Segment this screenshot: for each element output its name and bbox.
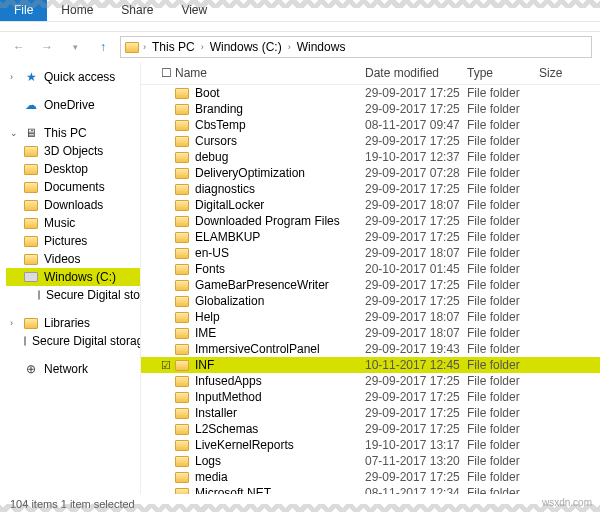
table-row[interactable]: debug19-10-2017 12:37File folder (141, 149, 600, 165)
nav-recent-icon[interactable]: ▾ (64, 36, 86, 58)
table-row[interactable]: Boot29-09-2017 17:25File folder (141, 85, 600, 101)
table-row[interactable]: DeliveryOptimization29-09-2017 07:28File… (141, 165, 600, 181)
cell-type: File folder (467, 134, 539, 148)
breadcrumb[interactable]: › This PC › Windows (C:) › Windows (120, 36, 592, 58)
chevron-right-icon: › (143, 42, 146, 52)
drive-icon (24, 272, 38, 282)
table-row[interactable]: Globalization29-09-2017 17:25File folder (141, 293, 600, 309)
sidebar-item[interactable]: Desktop (6, 160, 140, 178)
cell-name: DeliveryOptimization (175, 166, 365, 180)
column-date[interactable]: Date modified (365, 66, 467, 80)
sidebar-onedrive[interactable]: ☁ OneDrive (6, 96, 140, 114)
sidebar-item[interactable]: 3D Objects (6, 142, 140, 160)
nav-up-icon[interactable]: ↑ (92, 36, 114, 58)
table-row[interactable]: L2Schemas29-09-2017 17:25File folder (141, 421, 600, 437)
table-row[interactable]: ELAMBKUP29-09-2017 17:25File folder (141, 229, 600, 245)
column-type[interactable]: Type (467, 66, 539, 80)
cell-date: 29-09-2017 17:25 (365, 278, 467, 292)
cell-date: 29-09-2017 18:07 (365, 198, 467, 212)
sidebar-this-pc[interactable]: ⌄ 🖥 This PC (6, 124, 140, 142)
cell-name: en-US (175, 246, 365, 260)
ribbon: File Home Share View (0, 0, 600, 22)
row-checkbox[interactable]: ☑ (161, 359, 175, 372)
table-row[interactable]: Help29-09-2017 18:07File folder (141, 309, 600, 325)
table-row[interactable]: Microsoft.NET08-11-2017 12:34File folder (141, 485, 600, 494)
folder-icon (24, 200, 38, 211)
sidebar-item[interactable]: Music (6, 214, 140, 232)
file-name: Help (195, 310, 220, 324)
file-name: InfusedApps (195, 374, 262, 388)
table-row[interactable]: Downloaded Program Files29-09-2017 17:25… (141, 213, 600, 229)
sidebar-item[interactable]: Downloads (6, 196, 140, 214)
sidebar-item[interactable]: Secure Digital storage (6, 332, 140, 350)
sidebar-item[interactable]: Pictures (6, 232, 140, 250)
cell-type: File folder (467, 230, 539, 244)
sidebar-item-label: Windows (C:) (44, 270, 116, 284)
cell-name: IME (175, 326, 365, 340)
cell-date: 29-09-2017 18:07 (365, 246, 467, 260)
table-row[interactable]: LiveKernelReports19-10-2017 13:17File fo… (141, 437, 600, 453)
file-list[interactable]: Boot29-09-2017 17:25File folderBranding2… (141, 85, 600, 494)
cell-date: 29-09-2017 17:25 (365, 390, 467, 404)
table-row[interactable]: ☑INF10-11-2017 12:45File folder (141, 357, 600, 373)
cell-date: 29-09-2017 18:07 (365, 326, 467, 340)
column-size[interactable]: Size (539, 66, 589, 80)
folder-icon (175, 120, 189, 131)
file-name: InputMethod (195, 390, 262, 404)
sidebar-item[interactable]: Secure Digital storage (6, 286, 140, 304)
cell-type: File folder (467, 438, 539, 452)
sidebar-quick-access[interactable]: › ★ Quick access (6, 68, 140, 86)
cell-type: File folder (467, 390, 539, 404)
table-row[interactable]: ImmersiveControlPanel29-09-2017 19:43Fil… (141, 341, 600, 357)
table-row[interactable]: en-US29-09-2017 18:07File folder (141, 245, 600, 261)
file-name: en-US (195, 246, 229, 260)
table-row[interactable]: CbsTemp08-11-2017 09:47File folder (141, 117, 600, 133)
sidebar-item-label: This PC (44, 126, 87, 140)
breadcrumb-item[interactable]: This PC (150, 40, 197, 54)
table-row[interactable]: InfusedApps29-09-2017 17:25File folder (141, 373, 600, 389)
column-name[interactable]: Name (175, 66, 365, 80)
sidebar-item[interactable]: Videos (6, 250, 140, 268)
nav-back-icon[interactable]: ← (8, 36, 30, 58)
cell-type: File folder (467, 102, 539, 116)
table-row[interactable]: media29-09-2017 17:25File folder (141, 469, 600, 485)
cell-type: File folder (467, 198, 539, 212)
sidebar-item[interactable]: Windows (C:) (6, 268, 140, 286)
folder-icon (175, 360, 189, 371)
file-name: Logs (195, 454, 221, 468)
table-row[interactable]: DigitalLocker29-09-2017 18:07File folder (141, 197, 600, 213)
header-checkbox[interactable]: ☐ (161, 66, 175, 80)
cell-name: media (175, 470, 365, 484)
folder-icon (125, 42, 139, 53)
table-row[interactable]: IME29-09-2017 18:07File folder (141, 325, 600, 341)
table-row[interactable]: Fonts20-10-2017 01:45File folder (141, 261, 600, 277)
breadcrumb-item[interactable]: Windows (295, 40, 348, 54)
table-row[interactable]: GameBarPresenceWriter29-09-2017 17:25Fil… (141, 277, 600, 293)
sidebar-libraries[interactable]: › Libraries (6, 314, 140, 332)
table-row[interactable]: Cursors29-09-2017 17:25File folder (141, 133, 600, 149)
table-row[interactable]: Installer29-09-2017 17:25File folder (141, 405, 600, 421)
cell-type: File folder (467, 246, 539, 260)
sidebar-network[interactable]: ⊕ Network (6, 360, 140, 378)
sidebar-item[interactable]: Documents (6, 178, 140, 196)
tab-home[interactable]: Home (47, 0, 107, 21)
sidebar-item-label: Downloads (44, 198, 103, 212)
table-row[interactable]: Branding29-09-2017 17:25File folder (141, 101, 600, 117)
folder-icon (175, 408, 189, 419)
sidebar-item-label: Quick access (44, 70, 115, 84)
folder-icon (175, 424, 189, 435)
cell-type: File folder (467, 182, 539, 196)
table-row[interactable]: diagnostics29-09-2017 17:25File folder (141, 181, 600, 197)
cell-date: 19-10-2017 12:37 (365, 150, 467, 164)
table-row[interactable]: Logs07-11-2017 13:20File folder (141, 453, 600, 469)
cell-date: 10-11-2017 12:45 (365, 358, 467, 372)
tab-file[interactable]: File (0, 0, 47, 21)
table-row[interactable]: InputMethod29-09-2017 17:25File folder (141, 389, 600, 405)
status-bar: 104 items 1 item selected (10, 498, 135, 510)
folder-icon (175, 376, 189, 387)
tab-share[interactable]: Share (107, 0, 167, 21)
drive-icon (38, 290, 40, 300)
file-name: DigitalLocker (195, 198, 264, 212)
breadcrumb-item[interactable]: Windows (C:) (208, 40, 284, 54)
tab-view[interactable]: View (167, 0, 221, 21)
